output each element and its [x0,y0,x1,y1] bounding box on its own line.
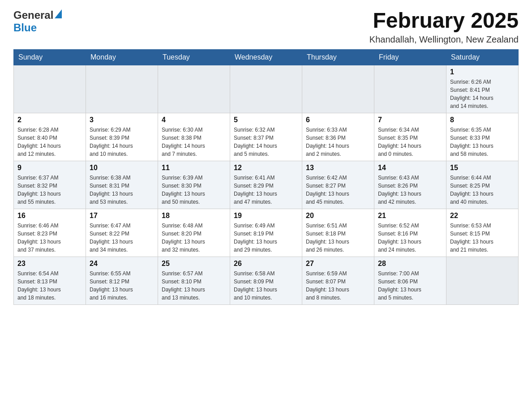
table-cell: 16Sunrise: 6:46 AM Sunset: 8:23 PM Dayli… [14,209,86,257]
day-info: Sunrise: 6:29 AM Sunset: 8:39 PM Dayligh… [90,126,154,158]
day-info: Sunrise: 6:37 AM Sunset: 8:32 PM Dayligh… [17,174,82,206]
day-info: Sunrise: 6:51 AM Sunset: 8:18 PM Dayligh… [306,222,370,254]
day-number: 12 [234,164,298,172]
table-cell [374,65,446,113]
day-info: Sunrise: 6:39 AM Sunset: 8:30 PM Dayligh… [162,174,226,206]
table-cell: 18Sunrise: 6:48 AM Sunset: 8:20 PM Dayli… [158,209,230,257]
table-cell: 26Sunrise: 6:58 AM Sunset: 8:09 PM Dayli… [230,257,302,304]
logo-blue-text: Blue [13,21,37,34]
table-cell: 14Sunrise: 6:43 AM Sunset: 8:26 PM Dayli… [374,161,446,209]
day-number: 13 [306,164,370,172]
day-info: Sunrise: 6:54 AM Sunset: 8:13 PM Dayligh… [17,270,82,302]
day-number: 22 [450,212,515,220]
table-cell [230,65,302,113]
logo-general-text: General [13,9,53,21]
table-cell: 17Sunrise: 6:47 AM Sunset: 8:22 PM Dayli… [86,209,158,257]
col-sunday: Sunday [14,49,86,65]
day-info: Sunrise: 6:34 AM Sunset: 8:35 PM Dayligh… [378,126,442,158]
day-number: 18 [162,212,226,220]
day-info: Sunrise: 6:33 AM Sunset: 8:36 PM Dayligh… [306,126,370,158]
day-info: Sunrise: 6:58 AM Sunset: 8:09 PM Dayligh… [234,270,298,302]
logo: General Blue [13,9,62,34]
day-number: 26 [234,260,298,268]
table-cell: 13Sunrise: 6:42 AM Sunset: 8:27 PM Dayli… [302,161,374,209]
table-cell: 12Sunrise: 6:41 AM Sunset: 8:29 PM Dayli… [230,161,302,209]
table-cell: 7Sunrise: 6:34 AM Sunset: 8:35 PM Daylig… [374,113,446,161]
day-info: Sunrise: 6:46 AM Sunset: 8:23 PM Dayligh… [17,222,82,254]
day-info: Sunrise: 6:41 AM Sunset: 8:29 PM Dayligh… [234,174,298,206]
day-info: Sunrise: 6:32 AM Sunset: 8:37 PM Dayligh… [234,126,298,158]
table-cell: 15Sunrise: 6:44 AM Sunset: 8:25 PM Dayli… [446,161,519,209]
day-number: 23 [17,260,82,268]
table-cell: 25Sunrise: 6:57 AM Sunset: 8:10 PM Dayli… [158,257,230,304]
table-cell: 9Sunrise: 6:37 AM Sunset: 8:32 PM Daylig… [14,161,86,209]
day-number: 27 [306,260,370,268]
svg-marker-0 [55,9,62,18]
day-info: Sunrise: 6:38 AM Sunset: 8:31 PM Dayligh… [90,174,154,206]
day-number: 9 [17,164,82,172]
day-info: Sunrise: 6:28 AM Sunset: 8:40 PM Dayligh… [17,126,82,158]
week-row-4: 16Sunrise: 6:46 AM Sunset: 8:23 PM Dayli… [14,209,519,257]
day-number: 3 [90,116,154,124]
day-number: 28 [378,260,442,268]
table-cell [86,65,158,113]
day-info: Sunrise: 6:57 AM Sunset: 8:10 PM Dayligh… [162,270,226,302]
day-number: 16 [17,212,82,220]
table-cell: 10Sunrise: 6:38 AM Sunset: 8:31 PM Dayli… [86,161,158,209]
table-cell: 19Sunrise: 6:49 AM Sunset: 8:19 PM Dayli… [230,209,302,257]
table-cell [14,65,86,113]
location-subtitle: Khandallah, Wellington, New Zealand [369,34,519,45]
day-number: 6 [306,116,370,124]
day-number: 24 [90,260,154,268]
calendar-title: February 2025 [369,9,519,33]
day-info: Sunrise: 6:42 AM Sunset: 8:27 PM Dayligh… [306,174,370,206]
table-cell: 4Sunrise: 6:30 AM Sunset: 8:38 PM Daylig… [158,113,230,161]
day-number: 11 [162,164,226,172]
table-cell: 20Sunrise: 6:51 AM Sunset: 8:18 PM Dayli… [302,209,374,257]
day-info: Sunrise: 6:52 AM Sunset: 8:16 PM Dayligh… [378,222,442,254]
table-cell [446,257,519,304]
table-cell: 11Sunrise: 6:39 AM Sunset: 8:30 PM Dayli… [158,161,230,209]
day-number: 1 [450,68,515,76]
calendar-header-row: Sunday Monday Tuesday Wednesday Thursday… [14,49,519,65]
day-number: 14 [378,164,442,172]
table-cell: 23Sunrise: 6:54 AM Sunset: 8:13 PM Dayli… [14,257,86,304]
week-row-1: 1Sunrise: 6:26 AM Sunset: 8:41 PM Daylig… [14,65,519,113]
table-cell: 8Sunrise: 6:35 AM Sunset: 8:33 PM Daylig… [446,113,519,161]
week-row-5: 23Sunrise: 6:54 AM Sunset: 8:13 PM Dayli… [14,257,519,304]
day-number: 7 [378,116,442,124]
table-cell: 28Sunrise: 7:00 AM Sunset: 8:06 PM Dayli… [374,257,446,304]
table-cell: 27Sunrise: 6:59 AM Sunset: 8:07 PM Dayli… [302,257,374,304]
day-info: Sunrise: 6:26 AM Sunset: 8:41 PM Dayligh… [450,78,515,110]
day-info: Sunrise: 6:30 AM Sunset: 8:38 PM Dayligh… [162,126,226,158]
title-section: February 2025 Khandallah, Wellington, Ne… [369,9,519,45]
day-number: 2 [17,116,82,124]
table-cell [302,65,374,113]
day-number: 19 [234,212,298,220]
week-row-3: 9Sunrise: 6:37 AM Sunset: 8:32 PM Daylig… [14,161,519,209]
day-info: Sunrise: 6:35 AM Sunset: 8:33 PM Dayligh… [450,126,515,158]
day-number: 15 [450,164,515,172]
day-info: Sunrise: 6:48 AM Sunset: 8:20 PM Dayligh… [162,222,226,254]
col-saturday: Saturday [446,49,519,65]
day-info: Sunrise: 6:59 AM Sunset: 8:07 PM Dayligh… [306,270,370,302]
day-info: Sunrise: 6:55 AM Sunset: 8:12 PM Dayligh… [90,270,154,302]
page-header: General Blue February 2025 Khandallah, W… [13,9,519,45]
week-row-2: 2Sunrise: 6:28 AM Sunset: 8:40 PM Daylig… [14,113,519,161]
day-number: 25 [162,260,226,268]
day-info: Sunrise: 6:47 AM Sunset: 8:22 PM Dayligh… [90,222,154,254]
table-cell: 3Sunrise: 6:29 AM Sunset: 8:39 PM Daylig… [86,113,158,161]
col-thursday: Thursday [302,49,374,65]
table-cell: 2Sunrise: 6:28 AM Sunset: 8:40 PM Daylig… [14,113,86,161]
col-friday: Friday [374,49,446,65]
day-info: Sunrise: 6:43 AM Sunset: 8:26 PM Dayligh… [378,174,442,206]
day-number: 10 [90,164,154,172]
day-number: 8 [450,116,515,124]
table-cell: 22Sunrise: 6:53 AM Sunset: 8:15 PM Dayli… [446,209,519,257]
table-cell [158,65,230,113]
calendar-table: Sunday Monday Tuesday Wednesday Thursday… [13,49,519,305]
table-cell: 21Sunrise: 6:52 AM Sunset: 8:16 PM Dayli… [374,209,446,257]
day-info: Sunrise: 6:53 AM Sunset: 8:15 PM Dayligh… [450,222,515,254]
table-cell: 5Sunrise: 6:32 AM Sunset: 8:37 PM Daylig… [230,113,302,161]
day-info: Sunrise: 6:44 AM Sunset: 8:25 PM Dayligh… [450,174,515,206]
